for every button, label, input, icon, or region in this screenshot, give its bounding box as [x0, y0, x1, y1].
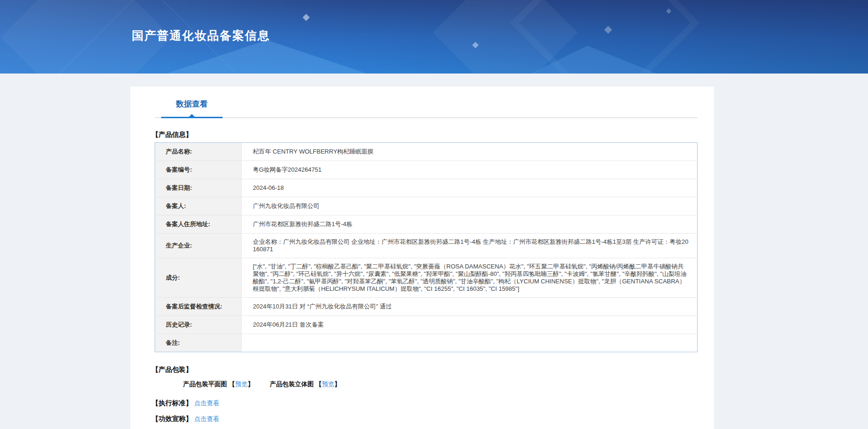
row-value: 2024年06月21日 首次备案 — [242, 316, 698, 334]
packaging-3d-view-label: 产品包装立体图 — [270, 381, 314, 388]
bracket-open: 【 — [229, 381, 235, 388]
row-label: 备案人: — [155, 197, 242, 215]
row-filer: 备案人: 广州九妆化妆品有限公司 — [155, 197, 698, 215]
row-value: ["水", "甘油", "丁二醇", "棕榈酸乙基己酯", "聚二甲基硅氧烷",… — [242, 258, 698, 298]
row-label: 生产企业: — [155, 234, 242, 258]
page-title: 国产普通化妆品备案信息 — [132, 28, 270, 43]
bracket-open: 【 — [316, 381, 322, 388]
row-label: 备案人住所地址: — [155, 215, 242, 234]
bracket-close: 】 — [248, 381, 254, 388]
packaging-flat-view-label: 产品包装平面图 — [183, 381, 227, 388]
row-value: 广州市花都区新雅街邦盛二路1号-4栋 — [242, 215, 698, 234]
section-efficacy-title: 【功效宣称】 — [152, 415, 192, 423]
row-ingredients: 成分: ["水", "甘油", "丁二醇", "棕榈酸乙基己酯", "聚二甲基硅… — [155, 258, 698, 298]
packaging-flat-view: 产品包装平面图 【预览】 — [183, 380, 254, 389]
packaging-3d-preview-link[interactable]: 预览 — [322, 381, 334, 388]
row-label: 产品名称: — [155, 143, 242, 161]
row-value: 2024-06-18 — [242, 179, 698, 197]
row-product-name: 产品名称: 杞百年 CENTRY WOLFBERRY枸杞睡眠面膜 — [155, 143, 698, 161]
row-value: 广州九妆化妆品有限公司 — [242, 197, 698, 215]
page-banner: 国产普通化妆品备案信息 — [0, 0, 868, 74]
row-supervision-check: 备案后监督检查情况: 2024年10月31日 对 “广州九妆化妆品有限公司” 通… — [155, 298, 698, 316]
tab-active-underline — [161, 117, 223, 118]
section-efficacy: 【功效宣称】 点击查看 — [152, 415, 698, 423]
tab-data-view[interactable]: 数据查看 — [161, 99, 223, 117]
packaging-flat-preview-link[interactable]: 预览 — [235, 381, 248, 388]
row-remark: 备注: — [155, 334, 698, 352]
bracket-close: 】 — [334, 381, 341, 388]
tab-bar: 数据查看 — [155, 87, 698, 118]
section-standard: 【执行标准】 点击查看 — [152, 399, 698, 408]
packaging-3d-view: 产品包装立体图 【预览】 — [270, 380, 340, 389]
row-filing-date: 备案日期: 2024-06-18 — [155, 179, 698, 197]
section-packaging-title: 【产品包装】 — [152, 365, 698, 374]
content-card: 数据查看 【产品信息】 产品名称: 杞百年 CENTRY WOLFBERRY枸杞… — [130, 87, 714, 429]
tab-active-caret-icon — [189, 114, 195, 117]
row-value: 企业名称：广州九妆化妆品有限公司 企业地址：广州市花都区新雅街邦盛二路1号-4栋… — [242, 234, 698, 258]
efficacy-view-link[interactable]: 点击查看 — [194, 415, 219, 423]
row-label: 备案编号: — [155, 161, 242, 179]
row-manufacturer: 生产企业: 企业名称：广州九妆化妆品有限公司 企业地址：广州市花都区新雅街邦盛二… — [155, 234, 698, 258]
row-label: 备案日期: — [155, 179, 242, 197]
row-value: 粤G妆网备字2024264751 — [242, 161, 698, 179]
section-standard-title: 【执行标准】 — [152, 399, 192, 408]
standard-view-link[interactable]: 点击查看 — [194, 399, 219, 408]
packaging-previews: 产品包装平面图 【预览】 产品包装立体图 【预览】 — [183, 380, 698, 389]
tab-data-view-label: 数据查看 — [176, 100, 208, 108]
row-history: 历史记录: 2024年06月21日 首次备案 — [155, 316, 698, 334]
section-product-info-title: 【产品信息】 — [152, 130, 698, 139]
row-filing-number: 备案编号: 粤G妆网备字2024264751 — [155, 161, 698, 179]
row-label: 备案后监督检查情况: — [155, 298, 242, 316]
row-label: 历史记录: — [155, 316, 242, 334]
row-label: 成分: — [155, 258, 242, 298]
row-value — [242, 334, 698, 352]
row-label: 备注: — [155, 334, 242, 352]
row-filer-address: 备案人住所地址: 广州市花都区新雅街邦盛二路1号-4栋 — [155, 215, 698, 234]
product-info-table: 产品名称: 杞百年 CENTRY WOLFBERRY枸杞睡眠面膜 备案编号: 粤… — [155, 142, 698, 352]
row-value: 2024年10月31日 对 “广州九妆化妆品有限公司” 通过 — [242, 298, 698, 316]
row-value: 杞百年 CENTRY WOLFBERRY枸杞睡眠面膜 — [242, 143, 698, 161]
